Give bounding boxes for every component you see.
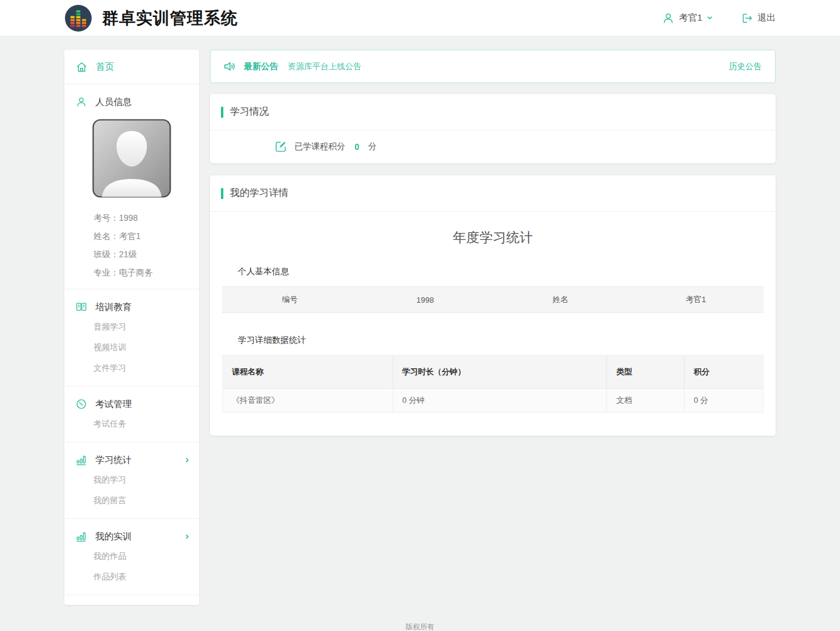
profile-field-name: 姓名：考官1 (64, 227, 199, 245)
sidebar-item-works-list[interactable]: 作品列表 (64, 567, 199, 587)
study-detail-card: 我的学习详情 年度学习统计 个人基本信息 编号 1998 姓名 考官1 学习详细… (210, 175, 776, 436)
home-icon (75, 61, 88, 73)
sidebar-item-training[interactable]: 培训教育 (64, 297, 199, 317)
score-cell: 0 分 (684, 389, 763, 413)
table-header-row: 课程名称 学习时长（分钟） 类型 积分 (223, 356, 764, 389)
study-status-card: 学习情况 已学课程积分 0 分 (210, 94, 776, 163)
announcement-bar: 最新公告 资源库平台上线公告 历史公告 (210, 50, 776, 83)
user-menu[interactable]: 考官1 (662, 12, 713, 25)
chevron-right-icon (184, 533, 191, 540)
basic-info-cell: 1998 (357, 295, 493, 305)
sidebar-item-my-study[interactable]: 我的学习 (64, 470, 199, 490)
page-footer: 版权所有 ©Copyright 2009 - 2020. 56sucai.com… (0, 605, 840, 631)
avatar (92, 119, 199, 200)
top-header: 群卓实训管理系统 考官1 (0, 0, 840, 36)
sidebar-item-my-messages[interactable]: 我的留言 (64, 490, 199, 511)
basic-info-label: 个人基本信息 (222, 266, 764, 286)
chevron-right-icon (184, 457, 191, 464)
score-unit: 分 (368, 141, 377, 152)
profile-field-major: 专业：电子商务 (64, 263, 199, 282)
app-title: 群卓实训管理系统 (102, 7, 238, 29)
stats-label: 学习详细数据统计 (222, 335, 764, 355)
history-announcements-link[interactable]: 历史公告 (729, 61, 762, 72)
study-detail-title: 我的学习详情 (230, 187, 288, 200)
sidebar-section-study-stats: 学习统计 我的学习 我的留言 (64, 442, 199, 519)
sidebar: 首页 人员信息 (64, 50, 199, 605)
column-header: 课程名称 (223, 356, 393, 389)
sidebar-my-practice-label: 我的实训 (95, 531, 132, 542)
sidebar-item-exam-task[interactable]: 考试任务 (64, 414, 199, 434)
column-header: 积分 (684, 356, 763, 389)
study-stats-table: 课程名称 学习时长（分钟） 类型 积分 《抖音雷区》 0 分钟 文档 0 分 (222, 355, 764, 413)
duration-cell: 0 分钟 (393, 389, 607, 413)
profile-field-class: 班级：21级 (64, 245, 199, 263)
sidebar-exam-label: 考试管理 (95, 399, 132, 410)
type-cell: 文档 (607, 389, 684, 413)
user-icon (662, 12, 675, 25)
annual-report-title: 年度学习统计 (222, 212, 764, 266)
brand: 群卓实训管理系统 (64, 4, 238, 32)
sidebar-training-label: 培训教育 (95, 302, 132, 313)
sidebar-item-home[interactable]: 首页 (64, 50, 199, 84)
title-marker (221, 188, 223, 199)
sidebar-item-exam[interactable]: 考试管理 (64, 394, 199, 414)
user-name: 考官1 (679, 12, 702, 24)
basic-info-row: 编号 1998 姓名 考官1 (222, 286, 764, 313)
sidebar-item-audio-study[interactable]: 音频学习 (64, 317, 199, 337)
bar-chart-icon (75, 454, 87, 466)
score-value: 0 (354, 142, 359, 152)
book-icon (75, 301, 87, 313)
sidebar-item-my-works[interactable]: 我的作品 (64, 546, 199, 567)
logout-button[interactable]: 退出 (741, 12, 776, 24)
basic-info-cell: 考官1 (628, 294, 764, 305)
title-marker (221, 107, 223, 118)
announcement-link[interactable]: 资源库平台上线公告 (288, 61, 362, 72)
sidebar-section-training: 培训教育 音频学习 视频培训 文件学习 (64, 289, 199, 386)
profile-field-exam-no: 考号：1998 (64, 209, 199, 227)
announcement-latest-label: 最新公告 (244, 61, 278, 72)
bar-chart-icon (75, 530, 87, 542)
score-label: 已学课程积分 (294, 141, 345, 152)
sidebar-item-profile[interactable]: 人员信息 (64, 92, 199, 112)
course-name-cell: 《抖音雷区》 (223, 389, 393, 413)
basic-info-cell: 编号 (222, 294, 357, 305)
sidebar-item-file-study[interactable]: 文件学习 (64, 358, 199, 379)
speaker-icon (223, 59, 237, 73)
sidebar-item-study-stats[interactable]: 学习统计 (64, 450, 199, 470)
sidebar-study-stats-label: 学习统计 (95, 454, 132, 466)
sidebar-home-label: 首页 (96, 61, 114, 73)
app-logo-icon (64, 4, 92, 32)
column-header: 类型 (607, 356, 684, 389)
study-status-title: 学习情况 (230, 106, 269, 118)
sidebar-section-my-practice: 我的实训 我的作品 作品列表 (64, 519, 199, 595)
logout-label: 退出 (757, 12, 776, 24)
sidebar-section-profile: 人员信息 考号：1998 (64, 84, 199, 289)
sidebar-item-video-training[interactable]: 视频培训 (64, 337, 199, 358)
copyright-line1: 版权所有 (0, 622, 840, 631)
sidebar-item-my-practice[interactable]: 我的实训 (64, 527, 199, 546)
basic-info-cell: 姓名 (493, 294, 628, 305)
sidebar-section-exam: 考试管理 考试任务 (64, 386, 199, 442)
sidebar-profile-label: 人员信息 (95, 96, 132, 108)
edit-icon (274, 140, 287, 153)
column-header: 学习时长（分钟） (393, 356, 607, 389)
person-icon (75, 96, 87, 108)
logout-icon (741, 12, 753, 24)
chevron-down-icon (706, 15, 713, 21)
clock-icon (75, 398, 87, 410)
table-row: 《抖音雷区》 0 分钟 文档 0 分 (223, 389, 764, 413)
